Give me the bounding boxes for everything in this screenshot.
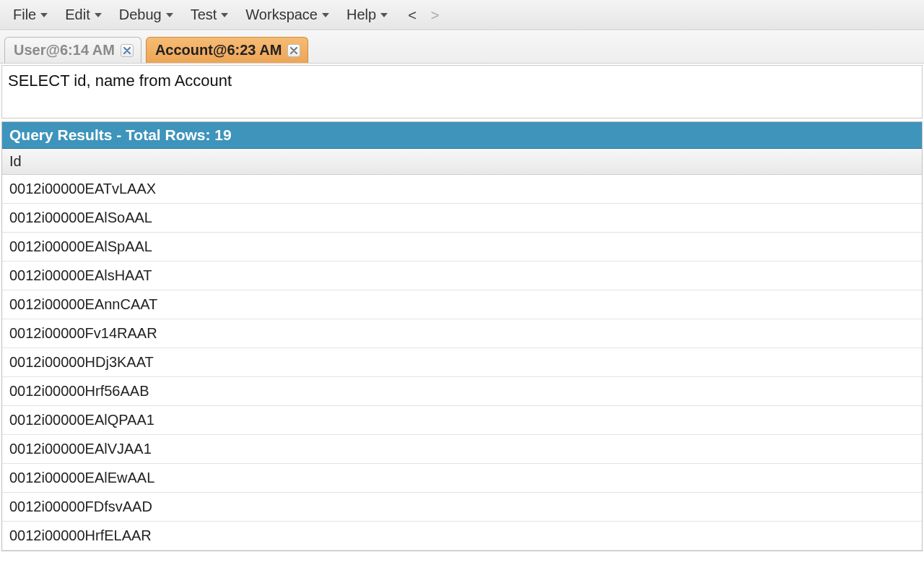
tab-user-label: User@6:14 AM <box>14 42 115 59</box>
cell-id: 0012i00000EAlSoAAL <box>9 210 152 225</box>
menu-file-label: File <box>13 7 36 23</box>
cell-id: 0012i00000EAlSpAAL <box>9 238 152 254</box>
table-row[interactable]: 0012i00000HrfELAAR <box>2 522 922 551</box>
chevron-down-icon <box>380 13 388 17</box>
cell-id: 0012i00000EAlEwAAL <box>9 470 154 486</box>
menu-help-label: Help <box>346 7 376 23</box>
tab-strip: User@6:14 AM Account@6:23 AM <box>0 30 924 64</box>
menu-edit[interactable]: Edit <box>56 4 110 26</box>
table-row[interactable]: 0012i00000FDfsvAAD <box>2 493 922 522</box>
menu-workspace-label: Workspace <box>245 7 318 23</box>
results-header-prefix: Query Results - Total Rows: <box>9 126 214 143</box>
results-column-header[interactable]: Id <box>2 149 922 175</box>
cell-id: 0012i00000FDfsvAAD <box>9 499 152 514</box>
table-row[interactable]: 0012i00000EAlVJAA1 <box>2 435 922 464</box>
tab-account-label: Account@6:23 AM <box>155 42 282 59</box>
cell-id: 0012i00000EAlQPAA1 <box>9 412 154 428</box>
nav-back-button[interactable]: < <box>401 5 424 25</box>
cell-id: 0012i00000Fv14RAAR <box>9 325 157 341</box>
tab-user[interactable]: User@6:14 AM <box>4 37 141 63</box>
table-row[interactable]: 0012i00000Hrf56AAB <box>2 377 922 406</box>
cell-id: 0012i00000HrfELAAR <box>9 527 152 543</box>
results-column-id-label: Id <box>9 153 22 169</box>
menu-file[interactable]: File <box>4 4 56 26</box>
query-results-header: Query Results - Total Rows: 19 <box>2 122 922 149</box>
close-icon[interactable] <box>287 44 300 57</box>
chevron-down-icon <box>322 13 329 17</box>
table-row[interactable]: 0012i00000EAlSpAAL <box>2 233 922 262</box>
close-icon[interactable] <box>121 44 134 57</box>
cell-id: 0012i00000EAlsHAAT <box>9 267 152 283</box>
cell-id: 0012i00000EAnnCAAT <box>9 296 157 312</box>
chevron-down-icon <box>40 13 48 17</box>
chevron-down-icon <box>221 13 228 17</box>
tab-account[interactable]: Account@6:23 AM <box>146 37 308 63</box>
menu-test[interactable]: Test <box>182 4 237 26</box>
menu-test-label: Test <box>191 7 217 23</box>
menu-help[interactable]: Help <box>338 4 396 26</box>
menu-workspace[interactable]: Workspace <box>237 4 338 26</box>
query-editor[interactable]: SELECT id, name from Account <box>2 66 922 118</box>
tab-history-nav: < > <box>401 5 446 25</box>
results-grid-body: 0012i00000EATvLAAX 0012i00000EAlSoAAL 00… <box>2 175 922 551</box>
nav-forward-button[interactable]: > <box>424 5 447 25</box>
query-results-panel: Query Results - Total Rows: 19 Id 0012i0… <box>1 121 923 551</box>
chevron-down-icon <box>166 13 173 17</box>
table-row[interactable]: 0012i00000HDj3KAAT <box>2 348 922 377</box>
chevron-right-icon: > <box>431 7 440 23</box>
table-row[interactable]: 0012i00000Fv14RAAR <box>2 319 922 348</box>
results-total-rows: 19 <box>214 126 231 143</box>
menu-debug[interactable]: Debug <box>110 4 182 26</box>
menu-edit-label: Edit <box>65 7 90 23</box>
cell-id: 0012i00000EAlVJAA1 <box>9 441 152 457</box>
cell-id: 0012i00000Hrf56AAB <box>9 383 149 399</box>
table-row[interactable]: 0012i00000EATvLAAX <box>2 175 922 204</box>
menu-debug-label: Debug <box>119 7 162 23</box>
menu-bar: File Edit Debug Test Workspace Help <box>0 0 924 30</box>
cell-id: 0012i00000EATvLAAX <box>9 181 156 197</box>
table-row[interactable]: 0012i00000EAlQPAA1 <box>2 406 922 435</box>
chevron-down-icon <box>95 13 102 17</box>
cell-id: 0012i00000HDj3KAAT <box>9 354 154 370</box>
table-row[interactable]: 0012i00000EAnnCAAT <box>2 290 922 319</box>
chevron-left-icon: < <box>408 7 417 23</box>
query-editor-wrap: SELECT id, name from Account <box>1 65 923 118</box>
table-row[interactable]: 0012i00000EAlEwAAL <box>2 464 922 493</box>
table-row[interactable]: 0012i00000EAlsHAAT <box>2 262 922 290</box>
table-row[interactable]: 0012i00000EAlSoAAL <box>2 204 922 233</box>
